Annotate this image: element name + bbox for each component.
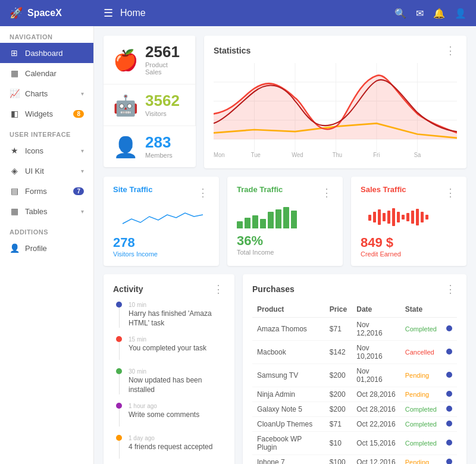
table-row: Samsung TV $200 Nov 01,2016 Pending bbox=[252, 364, 457, 387]
top-stats-row: 🍎 2561 Product Sales 🤖 3562 Visitors bbox=[104, 36, 466, 168]
state-badge: Completed bbox=[405, 405, 437, 414]
activity-time: 15 min bbox=[129, 336, 225, 343]
cell-action[interactable] bbox=[441, 455, 457, 465]
svg-rect-25 bbox=[416, 209, 419, 225]
sidebar-item-profile[interactable]: 👤 Profile bbox=[0, 238, 93, 258]
icons-arrow-icon: ▾ bbox=[81, 148, 84, 154]
statistics-card-header: Statistics ⋮ bbox=[214, 44, 457, 57]
statistics-menu-button[interactable]: ⋮ bbox=[445, 44, 457, 57]
timeline bbox=[115, 368, 123, 394]
cell-action[interactable] bbox=[441, 387, 457, 402]
cell-action[interactable] bbox=[441, 364, 457, 387]
timeline bbox=[115, 336, 123, 360]
row-action-icon[interactable] bbox=[446, 406, 452, 412]
row-action-icon[interactable] bbox=[446, 391, 452, 397]
svg-rect-27 bbox=[425, 215, 428, 220]
hamburger-button[interactable]: ☰ bbox=[104, 7, 113, 20]
row-action-icon[interactable] bbox=[446, 372, 452, 378]
cell-action[interactable] bbox=[441, 402, 457, 417]
sidebar-item-icons[interactable]: ★ Icons ▾ bbox=[0, 140, 93, 161]
cell-price: $10 bbox=[325, 432, 352, 455]
activity-content: 15 min You completed your task bbox=[129, 336, 225, 360]
sidebar-item-calendar[interactable]: ▦ Calendar bbox=[0, 63, 93, 83]
timeline-line bbox=[119, 342, 120, 360]
cell-date: Oct 15,2016 bbox=[352, 432, 400, 455]
cell-product: Galaxy Note 5 bbox=[252, 402, 325, 417]
state-badge: Pending bbox=[405, 371, 429, 380]
state-badge: Completed bbox=[405, 438, 437, 448]
activity-content: 1 hour ago Write some comments bbox=[129, 403, 225, 427]
sales-traffic-card: Sales Traffic ⋮ bbox=[351, 177, 466, 266]
sidebar-item-forms[interactable]: ▤ Forms 7 bbox=[0, 181, 93, 201]
cell-product: Samsung TV bbox=[252, 364, 325, 387]
widgets-icon: ◧ bbox=[10, 109, 19, 118]
stat-cards-column: 🍎 2561 Product Sales 🤖 3562 Visitors bbox=[104, 36, 196, 168]
sidebar-item-tables[interactable]: ▦ Tables ▾ bbox=[0, 201, 93, 221]
row-action-icon[interactable] bbox=[446, 325, 452, 331]
svg-rect-20 bbox=[392, 208, 395, 226]
row-action-icon[interactable] bbox=[446, 440, 452, 446]
activity-list: 10 min Harry has finished 'Amaza HTML' t… bbox=[113, 302, 225, 464]
table-row: Facebook WP Plugin $10 Oct 15,2016 Compl… bbox=[252, 432, 457, 455]
forms-badge: 7 bbox=[73, 187, 84, 195]
nav-icons: 🔍 ✉ 🔔 👤 bbox=[394, 8, 466, 19]
activity-header: Activity ⋮ bbox=[113, 283, 225, 296]
cell-state: Cancelled bbox=[400, 341, 441, 364]
timeline-line bbox=[119, 374, 120, 394]
android-visitors-label: Visitors bbox=[145, 110, 180, 117]
site-traffic-menu[interactable]: ⋮ bbox=[198, 186, 209, 199]
sales-traffic-sublabel: Credit Earned bbox=[361, 250, 457, 258]
state-badge: Completed bbox=[405, 324, 437, 334]
row-action-icon[interactable] bbox=[446, 421, 452, 427]
svg-text:Thu: Thu bbox=[333, 151, 342, 158]
nav-section-label: Navigation bbox=[0, 26, 93, 43]
table-row: CloanUp Themes $71 Oct 22,2016 Completed bbox=[252, 417, 457, 432]
timeline bbox=[115, 302, 123, 328]
cell-state: Pending bbox=[400, 364, 441, 387]
cell-state: Pending bbox=[400, 455, 441, 465]
sidebar-label-icons: Icons bbox=[25, 146, 75, 155]
cell-action[interactable] bbox=[441, 417, 457, 432]
activity-time: 30 min bbox=[129, 368, 225, 375]
sidebar-item-charts[interactable]: 📈 Charts ▾ bbox=[0, 83, 93, 104]
cell-action[interactable] bbox=[441, 341, 457, 364]
trade-traffic-menu[interactable]: ⋮ bbox=[321, 186, 333, 199]
bell-icon[interactable]: 🔔 bbox=[433, 8, 445, 19]
cell-state: Completed bbox=[400, 318, 441, 341]
site-traffic-header: Site Traffic ⋮ bbox=[113, 185, 209, 200]
cell-action[interactable] bbox=[441, 318, 457, 341]
trade-traffic-sublabel: Total Income bbox=[237, 249, 333, 256]
cell-product: CloanUp Themes bbox=[252, 417, 325, 432]
cell-product: Ninja Admin bbox=[252, 387, 325, 402]
svg-rect-16 bbox=[373, 212, 376, 222]
mail-icon[interactable]: ✉ bbox=[416, 8, 424, 19]
sidebar-item-dashboard[interactable]: ⊞ Dashboard bbox=[0, 43, 93, 63]
trade-traffic-value: 36% bbox=[237, 233, 333, 249]
cell-action[interactable] bbox=[441, 432, 457, 455]
activity-title: Activity bbox=[113, 284, 143, 294]
statistics-card: Statistics ⋮ bbox=[204, 36, 466, 168]
sidebar-item-widgets[interactable]: ◧ Widgets 8 bbox=[0, 104, 93, 124]
cell-date: Oct 22,2016 bbox=[352, 417, 400, 432]
android-visitors-value: 3562 bbox=[145, 93, 180, 108]
row-action-icon[interactable] bbox=[446, 459, 452, 464]
sidebar-item-uikit[interactable]: ◈ UI Kit ▾ bbox=[0, 161, 93, 181]
activity-menu[interactable]: ⋮ bbox=[213, 283, 225, 296]
uikit-arrow-icon: ▾ bbox=[81, 168, 84, 174]
col-state: State bbox=[400, 302, 441, 318]
stat-user-info: 283 Members bbox=[145, 134, 173, 159]
cell-price: $200 bbox=[325, 364, 352, 387]
user-icon[interactable]: 👤 bbox=[455, 8, 466, 19]
search-icon[interactable]: 🔍 bbox=[394, 8, 406, 19]
cell-product: Macbook bbox=[252, 341, 325, 364]
state-badge: Completed bbox=[405, 419, 437, 429]
layout: Navigation ⊞ Dashboard ▦ Calendar 📈 Char… bbox=[0, 26, 476, 464]
sales-traffic-menu[interactable]: ⋮ bbox=[445, 186, 457, 199]
purchases-menu[interactable]: ⋮ bbox=[445, 283, 457, 296]
stat-apple-info: 2561 Product Sales bbox=[145, 44, 186, 76]
svg-rect-21 bbox=[397, 212, 400, 222]
cell-date: Nov 01,2016 bbox=[352, 364, 400, 387]
apple-logo-icon: 🍎 bbox=[113, 48, 138, 72]
row-action-icon[interactable] bbox=[446, 349, 452, 355]
activity-time: 10 min bbox=[129, 302, 225, 308]
